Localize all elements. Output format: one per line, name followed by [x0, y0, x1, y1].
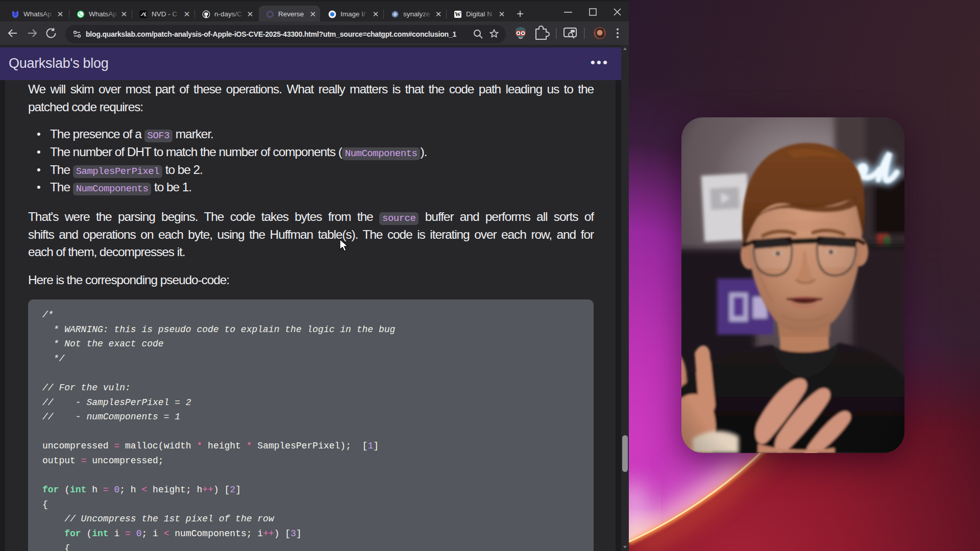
svg-text:W: W — [455, 11, 461, 17]
